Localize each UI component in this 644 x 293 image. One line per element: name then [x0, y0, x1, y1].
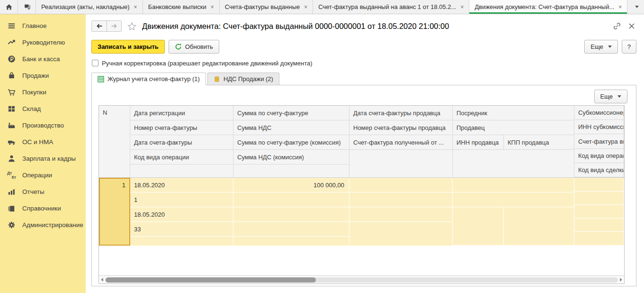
books-icon — [7, 204, 16, 213]
grid-header-cell: Сумма по счету-фактуре (комиссия) — [233, 135, 349, 150]
tab-close-icon[interactable]: × — [134, 4, 137, 10]
horizontal-scrollbar[interactable] — [99, 275, 624, 284]
table-icon — [98, 76, 104, 82]
refresh-button[interactable]: Обновить — [169, 40, 219, 54]
sidebar-item-production[interactable]: Производство — [0, 117, 86, 134]
manual-adjustment-checkbox[interactable] — [92, 60, 98, 66]
grid-cell[interactable] — [574, 232, 624, 246]
grid-more-button[interactable]: Еще — [594, 90, 627, 103]
sidebar-item-purchases[interactable]: Покупки — [0, 84, 86, 101]
grid-header-cell: Дата регистрации — [130, 106, 233, 120]
discussions-button[interactable] — [18, 0, 36, 14]
sidebar-item-label: Справочники — [22, 205, 61, 212]
scroll-left-icon[interactable] — [101, 278, 103, 282]
sidebar-item-operations[interactable]: ДтКт Операции — [0, 167, 86, 183]
window-tab[interactable]: Банковские выписки × — [143, 0, 220, 14]
grid-header-cell: Сумма НДС (комиссия) — [233, 150, 349, 165]
sidebar-item-fixed-assets[interactable]: ОС и НМА — [0, 134, 86, 150]
sidebar-item-manager[interactable]: Руководителю — [0, 34, 86, 51]
grid-cell[interactable] — [233, 192, 349, 207]
grid-cell[interactable]: 1 — [130, 192, 233, 207]
sidebar-item-label: ОС и НМА — [22, 138, 53, 146]
sidebar: Главное Руководителю Банк и касса Продаж… — [0, 14, 86, 293]
ruble-icon — [7, 55, 16, 64]
save-close-button[interactable]: Записать и закрыть — [91, 40, 165, 54]
grid-header-cell: Сумма по счету-фактуре — [233, 106, 349, 120]
chevron-down-icon — [635, 6, 639, 8]
grid-cell[interactable]: 18.05.2020 — [130, 178, 233, 192]
grid-cell[interactable]: 100 000,00 — [233, 178, 349, 192]
grid-cell[interactable] — [453, 178, 574, 192]
sidebar-item-main[interactable]: Главное — [0, 18, 86, 34]
grid-cell[interactable]: 18.05.2020 — [130, 207, 233, 222]
factory-icon — [7, 121, 16, 130]
sidebar-item-sales[interactable]: Продажи — [0, 67, 86, 84]
sidebar-item-reports[interactable]: Отчеты — [0, 183, 86, 200]
journal-panel: Еще N Дата регистрации Номер счета-факту… — [91, 85, 636, 286]
link-icon[interactable] — [612, 21, 622, 31]
window-tab[interactable]: Реализация (акты, накладные) × — [36, 0, 143, 14]
forward-button[interactable] — [107, 21, 121, 31]
grid-header-cell: ИНН продавца — [453, 135, 504, 150]
grid-cell[interactable] — [574, 192, 624, 205]
arrow-left-icon — [96, 22, 103, 30]
tab-close-icon[interactable]: × — [211, 4, 214, 10]
help-button[interactable]: ? — [622, 40, 636, 54]
window-tab[interactable]: Счет-фактура выданный на аванс 1 от 18.0… — [313, 0, 469, 14]
person-icon — [7, 154, 16, 163]
sidebar-item-warehouse[interactable]: Склад — [0, 101, 86, 117]
window-tab-active[interactable]: Движения документа: Счет-фактура выданны… — [469, 0, 627, 14]
window-tab-label: Реализация (акты, накладные) — [41, 3, 130, 10]
grid-cell[interactable] — [453, 192, 574, 207]
menu-icon — [7, 21, 16, 30]
tab-close-icon[interactable]: × — [304, 4, 307, 10]
sidebar-item-administration[interactable]: Администрирование — [0, 217, 86, 233]
arrow-right-icon — [110, 22, 118, 30]
sidebar-item-label: Банк и касса — [22, 55, 60, 63]
grid-cell[interactable] — [574, 178, 624, 192]
window-tab[interactable]: Счета-фактуры выданные × — [220, 0, 313, 14]
grid-header-cell: Счет-фактура вы — [574, 134, 624, 148]
sidebar-item-salary-hr[interactable]: Зарплата и кадры — [0, 150, 86, 167]
scroll-right-icon[interactable] — [620, 278, 622, 282]
scrollbar-track[interactable] — [105, 277, 618, 283]
grid-cell[interactable]: 33 — [130, 222, 233, 237]
sidebar-item-label: Зарплата и кадры — [22, 155, 76, 162]
grid-cell[interactable] — [504, 207, 574, 246]
grid-cell[interactable] — [349, 192, 453, 207]
row-number-cell-selected[interactable]: 1 — [99, 178, 130, 246]
grid-header-cell: Код вида сделки — [574, 163, 624, 177]
more-button[interactable]: Еще — [584, 40, 617, 54]
scrollbar-thumb[interactable] — [106, 277, 316, 283]
sidebar-item-bank-cash[interactable]: Банк и касса — [0, 51, 86, 67]
sidebar-item-directories[interactable]: Справочники — [0, 200, 86, 217]
tab-close-icon[interactable]: × — [618, 4, 622, 10]
grid-cell[interactable] — [233, 222, 349, 237]
grid-cell[interactable] — [453, 207, 504, 246]
manual-adjustment-row: Ручная корректировка (разрешает редактир… — [92, 59, 636, 67]
sidebar-item-label: Администрирование — [22, 221, 83, 229]
grid-cell[interactable] — [574, 219, 624, 232]
tab-list-button[interactable] — [630, 0, 644, 14]
favorite-star-icon[interactable] — [127, 21, 137, 31]
grid-header-cell: Дата счета-фактуры — [130, 135, 233, 150]
sidebar-item-label: Отчеты — [22, 188, 45, 195]
grid-cell[interactable] — [233, 207, 349, 222]
close-icon[interactable] — [627, 21, 636, 31]
sidebar-item-label: Продажи — [22, 72, 49, 79]
tab-close-icon[interactable]: × — [460, 4, 464, 10]
back-button[interactable] — [92, 21, 107, 31]
grid-header-cell: ИНН субкомисси — [574, 120, 624, 134]
grid-cell[interactable] — [349, 178, 453, 192]
grid-cell[interactable] — [574, 205, 624, 219]
bag-icon — [7, 71, 16, 80]
tab-invoice-journal[interactable]: Журнал учета счетов-фактур (1) — [91, 73, 206, 85]
tab-vat-sales[interactable]: НДС Продажи (2) — [207, 73, 279, 85]
main-area: Движения документа: Счет-фактура выданны… — [86, 14, 644, 293]
grid-header-cell: Код вида операции — [130, 150, 233, 165]
window-tab-label: Банковские выписки — [148, 3, 206, 10]
chart-icon — [7, 187, 16, 196]
home-button[interactable] — [0, 0, 18, 14]
grid-header-cell: Код вида операц — [574, 149, 624, 163]
grid-cell[interactable] — [349, 207, 453, 222]
